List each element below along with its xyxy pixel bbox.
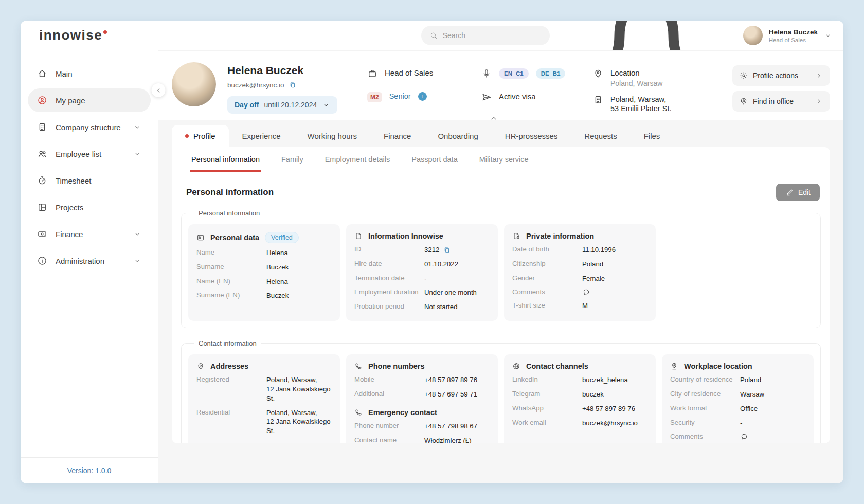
sidebar-item-timesheet[interactable]: Timesheet: [28, 169, 151, 192]
language-column: EN C1 DE B1 Active visa: [481, 62, 582, 114]
tab-working-hours[interactable]: Working hours: [294, 125, 370, 147]
sidebar-item-main[interactable]: Main: [28, 62, 151, 85]
find-in-office-label: Find in office: [753, 97, 794, 105]
app-window: innowise Main My page Company structure …: [21, 21, 843, 483]
field-value: Female: [582, 274, 605, 283]
search-box[interactable]: [421, 26, 550, 45]
tab-requests[interactable]: Requests: [571, 125, 630, 147]
field-row: Work formatOffice: [670, 404, 805, 413]
tab-files[interactable]: Files: [631, 125, 674, 147]
visa-value: Active visa: [499, 92, 536, 101]
field-value: Buczek: [266, 291, 289, 300]
field-row: Phone number+48 57 798 98 67: [354, 422, 490, 431]
comment-icon[interactable]: [582, 288, 590, 296]
layout-icon: [37, 202, 47, 212]
find-in-office-button[interactable]: Find in office: [732, 91, 830, 112]
field-label: Hire date: [354, 260, 420, 267]
edit-button[interactable]: Edit: [776, 184, 820, 201]
field-value: Helena: [266, 277, 288, 286]
sidebar-item-administration[interactable]: Administration: [28, 249, 151, 273]
sidebar: innowise Main My page Company structure …: [21, 21, 158, 483]
field-value: buczek@hrsync.io: [582, 419, 638, 428]
tab-onboarding[interactable]: Onboarding: [424, 125, 491, 147]
sidebar-item-projects[interactable]: Projects: [28, 195, 151, 219]
header-collapse-button[interactable]: [487, 114, 500, 123]
card-header: Private information: [512, 232, 647, 240]
workplace-location-card: Workplace location Country of residenceP…: [662, 354, 814, 443]
card-title: Private information: [526, 232, 594, 240]
tab-label: Finance: [384, 132, 411, 140]
profile-actions-label: Profile actions: [753, 71, 798, 80]
promotion-icon[interactable]: ↑: [418, 92, 427, 101]
field-row: SurnameBuczek: [196, 263, 332, 272]
office-building-icon: [593, 95, 603, 105]
field-value: Poland, Warsaw, 12 Jana Kowalskiego St.: [266, 408, 332, 436]
grade-badge: M2: [367, 92, 382, 102]
card-header: Emergency contact: [354, 408, 490, 417]
field-row: Telegrambuczek: [512, 390, 647, 399]
field-label: Surname: [196, 263, 262, 271]
subtab-passport-data[interactable]: Passport data: [410, 147, 458, 172]
field-label: T-shirt size: [512, 301, 578, 309]
card-header: Workplace location: [670, 362, 805, 370]
field-row: Mobile+48 57 897 89 76: [354, 375, 490, 385]
language-level: B1: [553, 70, 561, 77]
sidebar-item-company-structure[interactable]: Company structure: [28, 115, 151, 139]
pin-icon: [593, 68, 603, 79]
profile-identity: Helena Buczek buczek@hrsync.io Day off u…: [227, 62, 356, 114]
profile-actions-button[interactable]: Profile actions: [732, 65, 830, 86]
verified-badge: Verified: [265, 232, 299, 243]
home-icon: [37, 68, 47, 79]
personal-data-card: Personal data Verified NameHelena Surnam…: [188, 224, 340, 321]
location-value: Poland, Warsaw: [610, 79, 662, 87]
search-input[interactable]: [443, 31, 542, 40]
tab-experience[interactable]: Experience: [229, 125, 294, 147]
microphone-icon: [481, 68, 492, 79]
field-label: LinkedIn: [512, 375, 578, 383]
comment-icon[interactable]: [740, 433, 748, 441]
chevron-left-icon: [154, 86, 163, 95]
subtab-employment-details[interactable]: Employment details: [324, 147, 391, 172]
subtab-family[interactable]: Family: [280, 147, 304, 172]
subtab-personal-information[interactable]: Personal information: [190, 147, 261, 172]
tab-profile[interactable]: Profile: [172, 125, 229, 147]
languages-row: EN C1 DE B1: [481, 68, 582, 79]
main-area: Helena Buczek Head of Sales Helena Bucze…: [158, 21, 843, 483]
field-row: Probation periodNot started: [354, 302, 490, 312]
id-card-icon: [196, 233, 205, 242]
field-label: Date of birth: [512, 245, 578, 253]
chevron-down-icon: [133, 123, 141, 131]
chevron-down-icon: [824, 31, 832, 40]
globe-icon: [512, 362, 520, 370]
card-header: Addresses: [196, 362, 332, 370]
copy-icon[interactable]: [443, 246, 451, 254]
sidebar-item-my-page[interactable]: My page: [28, 88, 151, 112]
language-badge-de: DE B1: [536, 68, 566, 79]
information-innowise-card: Information Innowise ID3212 Hire date01.…: [346, 224, 498, 321]
profile-name: Helena Buczek: [227, 64, 356, 77]
field-value: Office: [740, 404, 758, 413]
tab-hr-prossesses[interactable]: HR-prossesses: [492, 125, 571, 147]
copy-icon[interactable]: [289, 81, 297, 89]
group-legend: Personal information: [194, 209, 264, 217]
sidebar-collapse-button[interactable]: [152, 83, 166, 97]
sidebar-item-employee-list[interactable]: Employee list: [28, 142, 151, 166]
field-label: Name (EN): [196, 277, 262, 285]
user-menu[interactable]: Helena Buczek Head of Sales: [743, 26, 832, 45]
card-rows: NameHelena SurnameBuczek Name (EN)Helena…: [196, 248, 332, 300]
contact-channels-card: Contact channels LinkedInbuczek_helena T…: [504, 354, 656, 443]
tab-finance[interactable]: Finance: [370, 125, 424, 147]
sidebar-item-finance[interactable]: Finance: [28, 222, 151, 246]
field-value: Poland: [582, 260, 603, 269]
dayoff-status[interactable]: Day off untill 20.12.2024: [227, 96, 337, 114]
subtab-military-service[interactable]: Military service: [478, 147, 530, 172]
main-body: Profile Experience Working hours Finance…: [158, 120, 843, 483]
field-label: ID: [354, 245, 420, 253]
group-legend: Contact information: [194, 339, 261, 347]
user-meta: Helena Buczek Head of Sales: [769, 28, 818, 43]
contact-cards: Addresses RegisteredPoland, Warsaw, 12 J…: [188, 354, 814, 443]
user-name: Helena Buczek: [769, 28, 818, 36]
field-label: City of residence: [670, 390, 736, 398]
field-row: Employment durationUnder one month: [354, 288, 490, 297]
chevron-down-icon: [133, 257, 141, 265]
